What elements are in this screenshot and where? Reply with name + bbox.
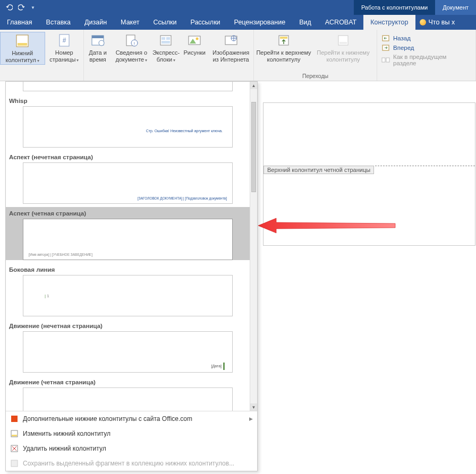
svg-point-6: [99, 40, 104, 46]
tab-mailings[interactable]: Рассылки: [183, 15, 227, 30]
ribbon: Нижний колонтитул▾ # Номер страницы▾ Дат…: [0, 30, 476, 81]
pictures-button[interactable]: Рисунки: [181, 32, 208, 57]
tab-home[interactable]: Главная: [0, 15, 39, 30]
footer-button[interactable]: Нижний колонтитул▾: [0, 32, 45, 65]
doc-info-icon: i: [123, 33, 140, 48]
pictures-icon: [186, 33, 203, 48]
delete-footer[interactable]: Удалить нижний колонтитул: [6, 441, 257, 456]
gallery-item-preview: [Дата]: [23, 331, 233, 373]
svg-text:#: #: [62, 37, 66, 44]
tab-acrobat[interactable]: ACROBAT: [318, 15, 364, 30]
ribbon-tabs: Главная Вставка Дизайн Макет Ссылки Расс…: [0, 15, 476, 30]
gallery-scrollbar[interactable]: ▲ ▼: [250, 82, 257, 411]
svg-rect-25: [382, 58, 385, 62]
workspace: Верхний колонтитул четной страницы Whisp…: [0, 81, 476, 474]
gallery-item-preview: [Дата]: [23, 387, 233, 411]
gallery-item-title: Аспект (нечетная страница): [7, 151, 249, 162]
gallery-item-title: Движение (нечетная страница): [7, 320, 249, 331]
gallery-item-title: Whisp: [7, 94, 249, 106]
svg-text:i: i: [134, 41, 135, 46]
gallery-item[interactable]: Движение (четная страница)[Дата]: [6, 376, 250, 411]
svg-rect-20: [280, 37, 287, 39]
more-footers-online[interactable]: Дополнительные нижние колонтитулы с сайт…: [6, 411, 257, 426]
svg-rect-28: [11, 416, 18, 422]
header-label: Верхний колонтитул четной страницы: [264, 166, 374, 174]
delete-footer-icon: [10, 444, 19, 453]
gallery-item-preview: | 1: [23, 275, 233, 316]
online-pictures-icon: [223, 33, 240, 48]
scroll-thumb[interactable]: [251, 102, 256, 192]
nav-group-label: Переходы: [254, 72, 377, 81]
calendar-icon: [89, 33, 106, 48]
gallery-item[interactable]: Аспект (четная страница)[Имя автора] | […: [6, 207, 250, 260]
gallery-item[interactable]: WhispСтр. Ошибка! Неизвестный аргумент к…: [6, 94, 250, 148]
svg-rect-5: [92, 36, 104, 38]
goto-header-icon: [275, 33, 292, 48]
contextual-tab-header-footer: Работа с колонтитулами: [354, 0, 435, 15]
save-icon: [10, 459, 19, 468]
nav-forward-button[interactable]: Вперед: [380, 44, 472, 52]
nav-back-button[interactable]: Назад: [380, 34, 472, 42]
page-number-icon: #: [56, 33, 73, 48]
office-icon: [10, 415, 19, 423]
scroll-down-icon[interactable]: ▼: [250, 403, 257, 411]
svg-rect-10: [160, 36, 171, 45]
link-icon: [381, 56, 390, 64]
gallery-footer: Дополнительные нижние колонтитулы с сайт…: [6, 411, 257, 471]
undo-icon[interactable]: [5, 4, 13, 11]
tell-me-label: Что вы х: [429, 19, 455, 26]
svg-point-16: [196, 38, 199, 40]
gallery-item-preview: [Имя автора] | [УЧЕБНОЕ ЗАВЕДЕНИЕ]: [23, 219, 233, 260]
footer-icon: [14, 33, 31, 48]
tab-references[interactable]: Ссылки: [146, 15, 183, 30]
svg-rect-12: [166, 37, 170, 40]
date-time-button[interactable]: Дата и время: [84, 32, 112, 64]
gallery-item[interactable]: Аспект (нечетная страница)[ЗАГОЛОВОК ДОК…: [6, 151, 250, 204]
online-pictures-button[interactable]: Изображения из Интернета: [208, 32, 253, 64]
svg-rect-32: [11, 460, 18, 467]
goto-footer-button[interactable]: Перейти к нижнему колонтитулу: [313, 32, 373, 64]
svg-rect-22: [339, 42, 347, 44]
chevron-right-icon: ▶: [249, 416, 253, 421]
svg-rect-1: [18, 43, 27, 46]
tab-view[interactable]: Вид: [292, 15, 318, 30]
forward-icon: [381, 44, 390, 51]
gallery-item-title: Боковая линия: [7, 263, 249, 275]
tell-me[interactable]: Что вы х: [415, 15, 460, 30]
document-tab: Документ: [435, 0, 476, 15]
tab-review[interactable]: Рецензирование: [227, 15, 293, 30]
redo-icon[interactable]: [18, 4, 26, 11]
gallery-item[interactable]: Боковая линия| 1: [6, 263, 250, 316]
edit-footer[interactable]: Изменить нижний колонтитул: [6, 426, 257, 441]
scroll-up-icon[interactable]: ▲: [250, 82, 257, 89]
tab-insert[interactable]: Вставка: [39, 15, 78, 30]
tab-design[interactable]: Дизайн: [78, 15, 114, 30]
gallery-item-preview: [ЗАГОЛОВОК ДОКУМЕНТА] | [Подзаголовок до…: [23, 162, 233, 204]
as-previous-button: Как в предыдущем разделе: [380, 53, 472, 67]
gallery-item-title: Движение (четная страница): [7, 376, 249, 387]
quick-parts-button[interactable]: Экспресс-блоки▾: [151, 32, 181, 64]
footer-gallery: WhispСтр. Ошибка! Неизвестный аргумент к…: [5, 81, 258, 471]
tab-layout[interactable]: Макет: [114, 15, 146, 30]
back-icon: [381, 35, 390, 42]
goto-header-button[interactable]: Перейти к верхнему колонтитулу: [254, 32, 313, 64]
gallery-item-preview: Стр. Ошибка! Неизвестный аргумент ключа.: [23, 106, 233, 148]
gallery-item[interactable]: Движение (нечетная страница)[Дата]: [6, 320, 250, 373]
svg-rect-13: [162, 41, 170, 44]
titlebar: ▼ Работа с колонтитулами Документ: [0, 0, 476, 15]
edit-footer-icon: [10, 429, 19, 438]
doc-info-button[interactable]: i Сведения о документе▾: [112, 32, 151, 64]
tab-constructor[interactable]: Конструктор: [363, 15, 415, 30]
svg-rect-30: [12, 435, 17, 436]
goto-footer-icon: [335, 33, 352, 48]
gallery-item-title: Аспект (четная страница): [7, 207, 249, 219]
quick-parts-icon: [157, 33, 174, 48]
svg-rect-26: [386, 58, 389, 62]
document-page: Верхний колонтитул четной страницы: [263, 102, 475, 246]
qat-dropdown-icon[interactable]: ▼: [31, 5, 35, 10]
bulb-icon: [420, 19, 426, 25]
save-selection-to-gallery: Сохранить выделенный фрагмент в коллекци…: [6, 456, 257, 471]
page-number-button[interactable]: # Номер страницы▾: [45, 32, 83, 64]
svg-rect-11: [162, 37, 165, 40]
